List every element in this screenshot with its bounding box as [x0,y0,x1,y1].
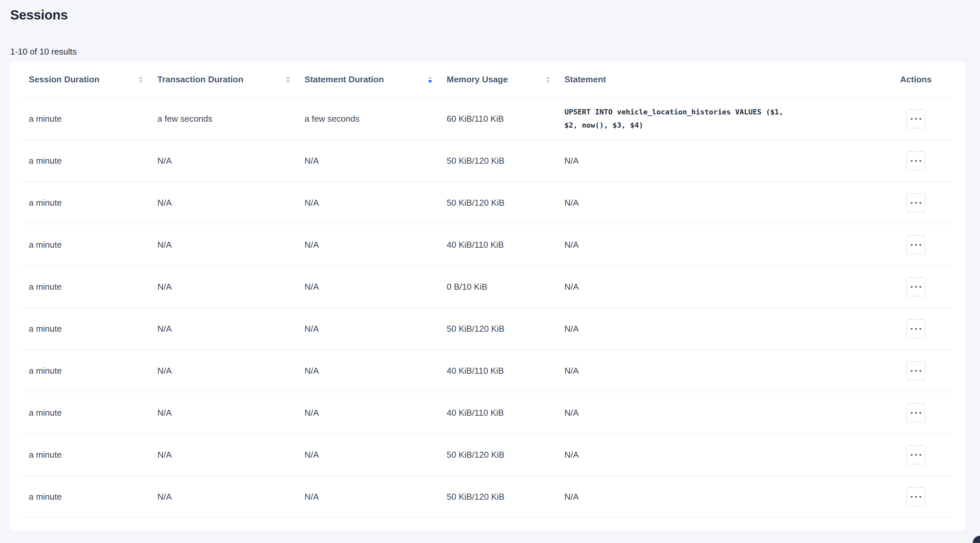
column-header-actions: Actions [879,62,953,97]
transaction-duration-cell: N/A [151,492,298,502]
statement-duration-cell: N/A [298,492,440,502]
transaction-duration-cell: N/A [151,324,298,334]
column-header-statement: Statement [558,62,879,97]
column-header-session-duration[interactable]: Session Duration [22,62,151,97]
transaction-duration-cell: a few seconds [151,114,298,124]
statement-sql-text: UPSERT INTO vehicle_location_histories V… [565,105,792,132]
session-duration-cell: a minute [22,198,151,208]
statement-cell: N/A [558,366,879,376]
session-duration-cell: a minute [22,240,151,250]
column-header-memory-usage[interactable]: Memory Usage [440,62,558,97]
statement-cell: N/A [558,450,879,460]
ellipsis-icon [911,244,921,246]
memory-usage-cell: 50 KiB/120 KiB [440,156,558,166]
row-actions-button[interactable] [906,277,926,296]
memory-usage-cell: 0 B/10 KiB [440,282,558,292]
transaction-duration-cell: N/A [151,240,298,250]
row-actions-button[interactable] [906,403,926,422]
actions-cell [879,446,953,464]
statement-cell: N/A [558,492,879,502]
column-header-transaction-duration[interactable]: Transaction Duration [151,62,298,97]
page-title: Sessions [10,6,970,23]
ellipsis-icon [911,412,921,414]
memory-usage-cell: 40 KiB/110 KiB [440,366,558,376]
statement-cell: N/A [558,198,879,208]
row-actions-button[interactable] [906,487,926,506]
ellipsis-icon [911,496,921,498]
statement-duration-cell: a few seconds [298,114,440,124]
row-actions-button[interactable] [906,320,926,338]
statement-cell: N/A [558,408,879,418]
statement-duration-cell: N/A [298,240,440,250]
row-actions-button[interactable] [906,236,926,254]
column-header-label: Transaction Duration [158,75,243,84]
ellipsis-icon [911,370,921,372]
sort-icon [139,76,143,83]
table-row: a minute N/A N/A 50 KiB/120 KiB N/A [22,434,953,476]
memory-usage-cell: 40 KiB/110 KiB [440,240,558,250]
ellipsis-icon [911,328,921,330]
table-row: a minute N/A N/A 40 KiB/110 KiB N/A [22,392,953,434]
actions-cell [879,151,953,170]
statement-cell: N/A [558,156,879,166]
row-actions-button[interactable] [906,193,926,212]
memory-usage-cell: 50 KiB/120 KiB [440,450,558,460]
memory-usage-cell: 60 KiB/110 KiB [440,114,558,124]
statement-duration-cell: N/A [298,366,440,376]
table-row: a minute N/A N/A 50 KiB/120 KiB N/A [22,140,953,182]
results-count: 1-10 of 10 results [10,46,970,57]
statement-duration-cell: N/A [298,408,440,418]
memory-usage-cell: 50 KiB/120 KiB [440,324,558,334]
actions-cell [879,361,953,380]
ellipsis-icon [911,118,921,120]
column-header-label: Session Duration [29,75,100,84]
table-row: a minute N/A N/A 40 KiB/110 KiB N/A [22,350,953,392]
actions-cell [879,487,953,506]
statement-cell: N/A [558,240,879,250]
table-header-row: Session Duration Transaction Duration St… [22,62,953,98]
memory-usage-cell: 50 KiB/120 KiB [440,492,558,502]
statement-duration-cell: N/A [298,450,440,460]
session-duration-cell: a minute [22,114,151,124]
table-row: a minute N/A N/A 0 B/10 KiB N/A [22,266,953,308]
transaction-duration-cell: N/A [151,198,298,208]
sort-icon [546,76,550,83]
statement-cell: UPSERT INTO vehicle_location_histories V… [558,105,879,132]
session-duration-cell: a minute [22,366,151,376]
table-row: a minute N/A N/A 50 KiB/120 KiB N/A [22,476,953,518]
resize-corner-handle [973,536,980,543]
actions-cell [879,236,953,254]
sort-desc-active-icon [428,76,432,83]
transaction-duration-cell: N/A [151,282,298,292]
row-actions-button[interactable] [906,446,926,464]
memory-usage-cell: 40 KiB/110 KiB [440,408,558,418]
session-duration-cell: a minute [22,450,151,460]
table-row: a minute N/A N/A 40 KiB/110 KiB N/A [22,224,953,266]
session-duration-cell: a minute [22,156,151,166]
actions-cell [879,110,953,128]
session-duration-cell: a minute [22,282,151,292]
row-actions-button[interactable] [906,361,926,380]
column-header-statement-duration[interactable]: Statement Duration [298,62,440,97]
actions-cell [879,403,953,422]
session-duration-cell: a minute [22,408,151,418]
statement-cell: N/A [558,282,879,292]
row-actions-button[interactable] [906,110,926,128]
ellipsis-icon [911,202,921,204]
memory-usage-cell: 50 KiB/120 KiB [440,198,558,208]
statement-cell: N/A [558,324,879,334]
transaction-duration-cell: N/A [151,366,298,376]
transaction-duration-cell: N/A [151,450,298,460]
row-actions-button[interactable] [906,151,926,170]
ellipsis-icon [911,160,921,162]
statement-duration-cell: N/A [298,156,440,166]
ellipsis-icon [911,286,921,288]
table-row: a minute a few seconds a few seconds 60 … [22,98,953,140]
column-header-label: Actions [900,75,931,84]
sessions-table-card: Session Duration Transaction Duration St… [10,62,965,530]
column-header-label: Statement [565,75,606,84]
session-duration-cell: a minute [22,492,151,502]
table-row: a minute N/A N/A 50 KiB/120 KiB N/A [22,308,953,350]
ellipsis-icon [911,454,921,456]
session-duration-cell: a minute [22,324,151,334]
